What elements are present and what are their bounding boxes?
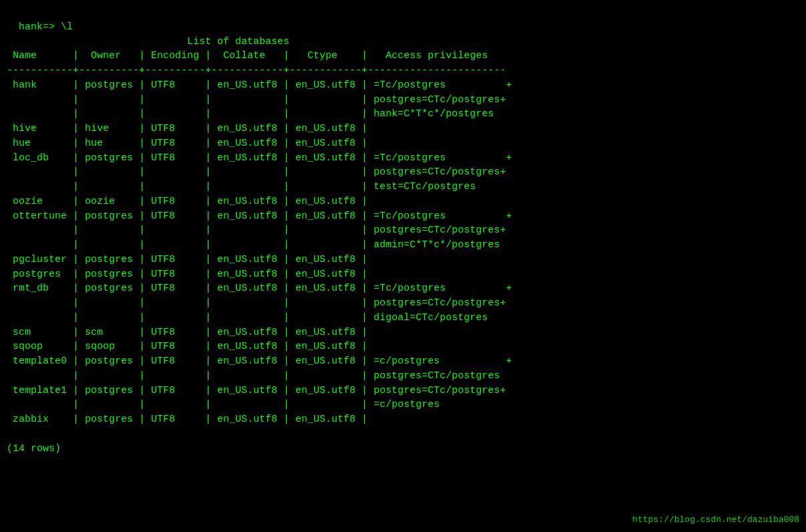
divider-line: -----------+----------+----------+------… — [7, 65, 506, 76]
header-line: Name | Owner | Encoding | Collate | Ctyp… — [7, 50, 506, 61]
prompt-line: hank=> \l — [19, 21, 73, 33]
title-line: List of databases — [7, 36, 289, 47]
watermark: https://blog.csdn.net/dazuiba008 — [632, 514, 799, 527]
rows-container: hank | postgres | UTF8 | en_US.utf8 | en… — [7, 80, 512, 425]
footer-line: (14 rows) — [7, 443, 61, 454]
terminal-output: hank=> \l List of databases Name | Owner… — [7, 5, 799, 456]
